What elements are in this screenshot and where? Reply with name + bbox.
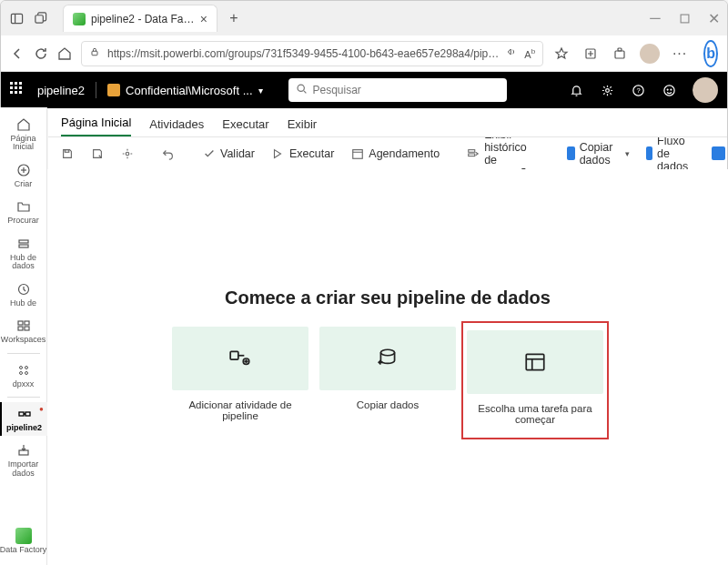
browser-tab[interactable]: pipeline2 - Data Factory ×	[63, 5, 217, 32]
minimize-button[interactable]: ─	[649, 12, 662, 25]
svg-rect-24	[18, 321, 23, 325]
rail-workspaces[interactable]: Workspaces	[0, 314, 47, 348]
rail-create[interactable]: Criar	[0, 158, 47, 192]
rail-workspace-dpxxx[interactable]: dpxxx	[0, 358, 47, 392]
svg-rect-40	[469, 149, 475, 152]
plus-circle-icon	[15, 162, 32, 178]
ribbon-tab-activities[interactable]: Atividades	[149, 112, 204, 136]
svg-rect-3	[681, 15, 689, 23]
template-icon	[523, 350, 547, 374]
favorite-button[interactable]	[552, 45, 571, 63]
rail-label: Procurar	[7, 217, 39, 225]
tabactions-icon[interactable]	[32, 10, 48, 26]
svg-rect-41	[469, 154, 475, 156]
feedback-icon[interactable]	[662, 83, 676, 97]
profile-avatar[interactable]	[693, 77, 718, 103]
unsaved-indicator: ●	[39, 406, 44, 413]
notebook-button[interactable]: Note	[707, 144, 727, 163]
rail-label: Hub de dados	[0, 254, 47, 271]
dataflow-button[interactable]: Fluxo de dados	[642, 137, 700, 170]
save-as-icon	[90, 146, 104, 160]
rail-label: Criar	[15, 180, 33, 188]
rail-datahub[interactable]: Hub de dados	[0, 232, 47, 275]
save-button[interactable]	[56, 144, 78, 163]
schedule-button[interactable]: Agendamento	[346, 144, 444, 163]
canvas-heading: Comece a criar seu pipeline de dados	[225, 288, 551, 308]
notifications-icon[interactable]	[569, 83, 583, 97]
app-launcher-icon[interactable]	[10, 82, 26, 98]
database-icon	[376, 347, 399, 370]
rail-import-data[interactable]: Importar dados	[0, 439, 47, 481]
svg-text:?: ?	[636, 86, 640, 95]
execute-button[interactable]: Executar	[267, 144, 339, 163]
bing-sidebar-button[interactable]: b	[703, 40, 718, 67]
sidebar-toggle-icon[interactable]	[8, 10, 25, 26]
url-text: https://msit.powerbi.com/groups/731f5349…	[107, 47, 499, 60]
rail-product-switcher[interactable]: Data Factory	[0, 524, 47, 558]
extensions-button[interactable]	[611, 45, 629, 63]
starter-cards: Adicionar atividade de pipeline Copiar d…	[172, 327, 603, 434]
svg-rect-22	[19, 245, 28, 247]
svg-rect-4	[92, 51, 97, 55]
card-choose-task[interactable]: Escolha uma tarefa para começar	[467, 327, 603, 434]
play-icon	[271, 146, 285, 160]
rail-label: pipeline2	[6, 424, 42, 432]
settings-button[interactable]	[116, 144, 138, 163]
new-tab-button[interactable]: +	[223, 7, 245, 29]
validate-button[interactable]: Validar	[197, 144, 259, 163]
ribbon-tab-view[interactable]: Exibir	[288, 112, 318, 136]
monitor-icon	[15, 281, 32, 298]
rail-monitorhub[interactable]: Hub de	[0, 277, 47, 311]
folder-icon	[15, 198, 32, 215]
rail-label: Workspaces	[1, 336, 46, 344]
close-tab-icon[interactable]: ×	[200, 12, 207, 26]
text-size-icon[interactable]: Ab	[524, 47, 535, 60]
svg-rect-36	[65, 149, 68, 152]
rail-label: dpxxx	[13, 380, 35, 388]
ribbon-tab-run[interactable]: Executar	[222, 112, 268, 136]
sensitivity-label[interactable]: Confidential\Microsoft ... ▾	[107, 84, 262, 97]
ribbon-tab-home[interactable]: Página Inicial	[61, 110, 131, 136]
import-icon	[15, 442, 32, 459]
workspace-icon	[15, 362, 32, 378]
rail-browse[interactable]: Procurar	[0, 195, 47, 228]
svg-rect-47	[526, 354, 544, 369]
close-window-button[interactable]: ✕	[707, 12, 720, 25]
rail-label: Página Inicial	[0, 135, 47, 152]
search-box[interactable]	[288, 78, 507, 102]
chevron-down-icon: ▾	[625, 149, 630, 158]
save-icon	[60, 146, 74, 160]
svg-point-12	[605, 88, 609, 92]
home-button[interactable]	[57, 45, 72, 63]
refresh-button[interactable]	[34, 45, 48, 63]
svg-rect-0	[11, 14, 22, 23]
rail-pipeline2[interactable]: pipeline2 ●	[0, 402, 47, 436]
undo-icon	[161, 146, 175, 160]
rail-separator	[7, 353, 40, 354]
rail-home[interactable]: Página Inicial	[0, 113, 47, 156]
toolbar: Validar Executar Agendamento Exibir hist…	[48, 137, 727, 170]
more-button[interactable]: ···	[671, 45, 689, 63]
view-history-button[interactable]: Exibir histórico de execuções	[462, 137, 544, 170]
help-icon[interactable]: ?	[631, 83, 645, 97]
maximize-button[interactable]	[678, 12, 691, 25]
copy-data-button[interactable]: Copiar dados▾	[562, 138, 634, 169]
back-button[interactable]	[10, 45, 25, 63]
settings-icon[interactable]	[600, 83, 614, 97]
card-copy-data[interactable]: Copiar dados	[319, 327, 456, 434]
calendar-icon	[350, 146, 364, 160]
profile-avatar-small[interactable]	[640, 44, 660, 64]
header-actions: ?	[569, 77, 718, 103]
collections-button[interactable]	[581, 45, 600, 63]
svg-point-10	[298, 85, 304, 91]
svg-rect-8	[615, 51, 624, 58]
window-controls: ─ ✕	[649, 12, 720, 25]
save-as-button[interactable]	[86, 144, 108, 163]
undo-button[interactable]	[157, 144, 179, 163]
card-add-activity[interactable]: Adicionar atividade de pipeline	[172, 327, 308, 434]
datafactory-icon	[15, 528, 32, 544]
url-box[interactable]: https://msit.powerbi.com/groups/731f5349…	[81, 41, 543, 66]
pipeline-canvas: Comece a criar seu pipeline de dados Adi…	[47, 169, 728, 565]
voice-icon[interactable]	[506, 46, 517, 60]
search-input[interactable]	[313, 84, 500, 96]
